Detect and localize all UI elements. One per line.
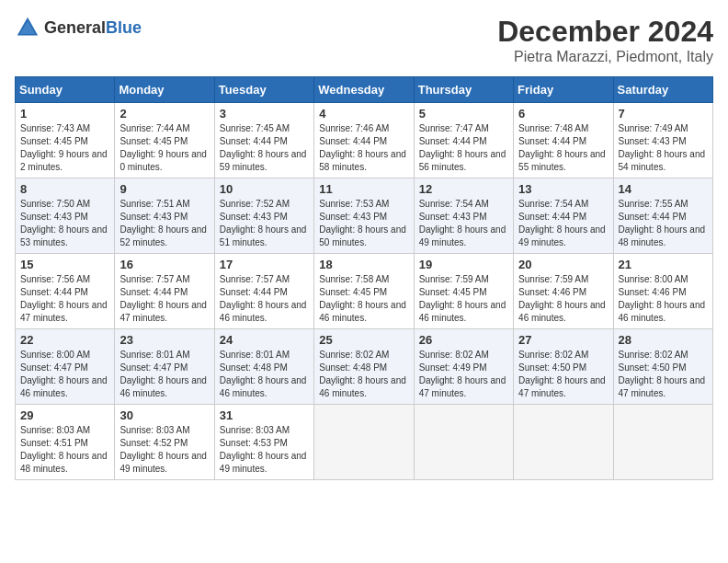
day-number: 26	[419, 333, 508, 347]
day-info: Sunrise: 7:54 AM Sunset: 4:44 PM Dayligh…	[518, 198, 608, 249]
day-info: Sunrise: 7:46 AM Sunset: 4:44 PM Dayligh…	[319, 122, 408, 174]
day-cell-5: 5 Sunrise: 7:47 AM Sunset: 4:44 PM Dayli…	[414, 103, 513, 178]
day-cell-24: 24 Sunrise: 8:01 AM Sunset: 4:48 PM Dayl…	[214, 329, 313, 405]
header-thursday: Thursday	[414, 77, 513, 103]
day-cell-empty	[613, 405, 712, 480]
day-info: Sunrise: 8:00 AM Sunset: 4:47 PM Dayligh…	[20, 349, 109, 400]
day-number: 5	[419, 107, 508, 121]
day-cell-17: 17 Sunrise: 7:57 AM Sunset: 4:44 PM Dayl…	[214, 254, 313, 329]
day-info: Sunrise: 7:44 AM Sunset: 4:45 PM Dayligh…	[119, 122, 209, 174]
day-number: 27	[518, 333, 608, 347]
day-cell-3: 3 Sunrise: 7:45 AM Sunset: 4:44 PM Dayli…	[214, 103, 313, 178]
day-info: Sunrise: 8:02 AM Sunset: 4:49 PM Dayligh…	[419, 349, 508, 400]
day-info: Sunrise: 7:48 AM Sunset: 4:44 PM Dayligh…	[518, 122, 608, 174]
day-info: Sunrise: 7:50 AM Sunset: 4:43 PM Dayligh…	[20, 198, 109, 249]
day-number: 28	[619, 333, 708, 347]
day-info: Sunrise: 7:56 AM Sunset: 4:44 PM Dayligh…	[20, 273, 109, 325]
day-cell-28: 28 Sunrise: 8:02 AM Sunset: 4:50 PM Dayl…	[613, 329, 712, 405]
day-cell-13: 13 Sunrise: 7:54 AM Sunset: 4:44 PM Dayl…	[514, 178, 613, 254]
day-info: Sunrise: 8:00 AM Sunset: 4:46 PM Dayligh…	[619, 273, 708, 325]
page-header: GeneralBlue December 2024 Pietra Marazzi…	[15, 15, 713, 65]
day-cell-6: 6 Sunrise: 7:48 AM Sunset: 4:44 PM Dayli…	[514, 103, 613, 178]
location-title: Pietra Marazzi, Piedmont, Italy	[497, 49, 713, 65]
header-saturday: Saturday	[613, 77, 712, 103]
day-number: 7	[619, 107, 708, 121]
week-row-3: 15 Sunrise: 7:56 AM Sunset: 4:44 PM Dayl…	[16, 254, 713, 329]
day-number: 9	[119, 182, 209, 196]
day-cell-23: 23 Sunrise: 8:01 AM Sunset: 4:47 PM Dayl…	[115, 329, 214, 405]
header-wednesday: Wednesday	[314, 77, 414, 103]
calendar-table: Sunday Monday Tuesday Wednesday Thursday…	[15, 76, 713, 480]
day-info: Sunrise: 7:58 AM Sunset: 4:45 PM Dayligh…	[319, 273, 408, 325]
week-row-2: 8 Sunrise: 7:50 AM Sunset: 4:43 PM Dayli…	[16, 178, 713, 254]
day-cell-16: 16 Sunrise: 7:57 AM Sunset: 4:44 PM Dayl…	[115, 254, 214, 329]
day-number: 23	[119, 333, 209, 347]
day-cell-27: 27 Sunrise: 8:02 AM Sunset: 4:50 PM Dayl…	[514, 329, 613, 405]
day-info: Sunrise: 8:02 AM Sunset: 4:50 PM Dayligh…	[518, 349, 608, 400]
day-cell-31: 31 Sunrise: 8:03 AM Sunset: 4:53 PM Dayl…	[214, 405, 313, 480]
logo-text-general: General	[44, 18, 106, 37]
day-number: 22	[20, 333, 109, 347]
day-number: 4	[319, 107, 408, 121]
header-monday: Monday	[115, 77, 214, 103]
month-title: December 2024	[497, 15, 713, 49]
day-info: Sunrise: 8:03 AM Sunset: 4:53 PM Dayligh…	[220, 424, 309, 476]
day-info: Sunrise: 7:47 AM Sunset: 4:44 PM Dayligh…	[419, 122, 508, 174]
day-info: Sunrise: 7:45 AM Sunset: 4:44 PM Dayligh…	[220, 122, 309, 174]
day-number: 17	[220, 258, 309, 271]
day-cell-2: 2 Sunrise: 7:44 AM Sunset: 4:45 PM Dayli…	[115, 103, 214, 178]
day-number: 31	[220, 408, 309, 422]
day-number: 15	[20, 258, 109, 271]
week-row-4: 22 Sunrise: 8:00 AM Sunset: 4:47 PM Dayl…	[16, 329, 713, 405]
day-number: 30	[119, 408, 209, 422]
day-info: Sunrise: 7:51 AM Sunset: 4:43 PM Dayligh…	[119, 198, 209, 249]
day-info: Sunrise: 8:02 AM Sunset: 4:50 PM Dayligh…	[619, 349, 708, 400]
day-cell-19: 19 Sunrise: 7:59 AM Sunset: 4:45 PM Dayl…	[414, 254, 513, 329]
week-row-1: 1 Sunrise: 7:43 AM Sunset: 4:45 PM Dayli…	[16, 103, 713, 178]
day-cell-7: 7 Sunrise: 7:49 AM Sunset: 4:43 PM Dayli…	[613, 103, 712, 178]
logo: GeneralBlue	[15, 15, 142, 40]
day-info: Sunrise: 7:59 AM Sunset: 4:46 PM Dayligh…	[518, 273, 608, 325]
day-info: Sunrise: 7:52 AM Sunset: 4:43 PM Dayligh…	[220, 198, 309, 249]
day-number: 6	[518, 107, 608, 121]
weekday-header-row: Sunday Monday Tuesday Wednesday Thursday…	[16, 77, 713, 103]
day-cell-14: 14 Sunrise: 7:55 AM Sunset: 4:44 PM Dayl…	[613, 178, 712, 254]
day-number: 10	[220, 182, 309, 196]
day-info: Sunrise: 7:49 AM Sunset: 4:43 PM Dayligh…	[619, 122, 708, 174]
day-cell-10: 10 Sunrise: 7:52 AM Sunset: 4:43 PM Dayl…	[214, 178, 313, 254]
day-cell-22: 22 Sunrise: 8:00 AM Sunset: 4:47 PM Dayl…	[16, 329, 115, 405]
day-cell-20: 20 Sunrise: 7:59 AM Sunset: 4:46 PM Dayl…	[514, 254, 613, 329]
day-info: Sunrise: 7:57 AM Sunset: 4:44 PM Dayligh…	[220, 273, 309, 325]
day-number: 16	[119, 258, 209, 271]
day-number: 2	[119, 107, 209, 121]
day-number: 19	[419, 258, 508, 271]
day-number: 8	[20, 182, 109, 196]
day-info: Sunrise: 7:57 AM Sunset: 4:44 PM Dayligh…	[119, 273, 209, 325]
day-cell-12: 12 Sunrise: 7:54 AM Sunset: 4:43 PM Dayl…	[414, 178, 513, 254]
day-cell-18: 18 Sunrise: 7:58 AM Sunset: 4:45 PM Dayl…	[314, 254, 414, 329]
day-number: 14	[619, 182, 708, 196]
title-block: December 2024 Pietra Marazzi, Piedmont, …	[497, 15, 713, 65]
day-info: Sunrise: 8:02 AM Sunset: 4:48 PM Dayligh…	[319, 349, 408, 400]
day-info: Sunrise: 8:01 AM Sunset: 4:48 PM Dayligh…	[220, 349, 309, 400]
day-number: 11	[319, 182, 408, 196]
day-number: 1	[20, 107, 109, 121]
day-number: 25	[319, 333, 408, 347]
header-sunday: Sunday	[16, 77, 115, 103]
day-cell-empty	[514, 405, 613, 480]
day-info: Sunrise: 7:55 AM Sunset: 4:44 PM Dayligh…	[619, 198, 708, 249]
day-info: Sunrise: 7:54 AM Sunset: 4:43 PM Dayligh…	[419, 198, 508, 249]
day-cell-empty	[414, 405, 513, 480]
day-cell-29: 29 Sunrise: 8:03 AM Sunset: 4:51 PM Dayl…	[16, 405, 115, 480]
day-cell-15: 15 Sunrise: 7:56 AM Sunset: 4:44 PM Dayl…	[16, 254, 115, 329]
header-tuesday: Tuesday	[214, 77, 313, 103]
day-number: 24	[220, 333, 309, 347]
day-cell-30: 30 Sunrise: 8:03 AM Sunset: 4:52 PM Dayl…	[115, 405, 214, 480]
day-cell-11: 11 Sunrise: 7:53 AM Sunset: 4:43 PM Dayl…	[314, 178, 414, 254]
day-info: Sunrise: 8:01 AM Sunset: 4:47 PM Dayligh…	[119, 349, 209, 400]
logo-text-blue: Blue	[106, 18, 142, 37]
day-info: Sunrise: 7:43 AM Sunset: 4:45 PM Dayligh…	[20, 122, 109, 174]
header-friday: Friday	[514, 77, 613, 103]
day-info: Sunrise: 7:59 AM Sunset: 4:45 PM Dayligh…	[419, 273, 508, 325]
week-row-5: 29 Sunrise: 8:03 AM Sunset: 4:51 PM Dayl…	[16, 405, 713, 480]
